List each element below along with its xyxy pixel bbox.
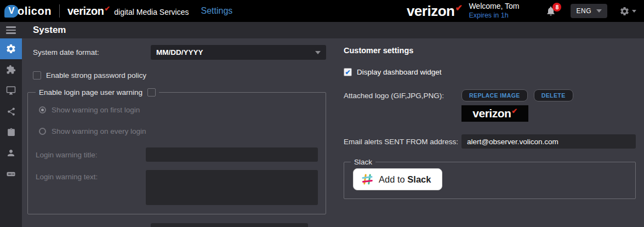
- every-login-label: Show warning on every login: [52, 127, 146, 135]
- verizon-wordmark-right: verizon ✔: [407, 3, 463, 20]
- first-login-label: Show warning on first login: [52, 106, 140, 114]
- sidebar-item-menu[interactable]: [0, 22, 22, 38]
- volicon-logo-text: olicon: [18, 5, 52, 18]
- email-from-row: Email alerts SENT FROM address:: [344, 134, 636, 149]
- share-icon: [7, 107, 16, 116]
- login-warning-group: Enable login page user warning Show warn…: [27, 88, 326, 214]
- email-from-label: Email alerts SENT FROM address:: [344, 138, 461, 146]
- session-expires-text: Expires in 1h: [469, 12, 519, 20]
- sidebar-nav: [0, 22, 22, 227]
- slack-logo-icon: [361, 173, 374, 186]
- strong-password-label: Enable strong password policy: [46, 71, 146, 80]
- language-selector[interactable]: ENG: [571, 4, 607, 18]
- warning-title-label: Login warning title:: [36, 151, 146, 159]
- puzzle-icon: [6, 65, 16, 75]
- user-icon: [6, 148, 16, 158]
- dashboard-widget-row: ✔ Display dashboard widget: [344, 68, 636, 76]
- nav-settings-link[interactable]: Settings: [201, 6, 232, 16]
- sidebar-item-sharing[interactable]: [0, 101, 22, 122]
- warning-title-row: Login warning title:: [36, 147, 318, 162]
- dashboard-widget-checkbox[interactable]: ✔: [344, 68, 352, 76]
- sidebar-item-plugins[interactable]: [0, 59, 22, 80]
- every-login-radio: [39, 128, 46, 135]
- attached-logo-preview: verizon ✔: [461, 105, 528, 122]
- first-login-radio: [39, 106, 46, 114]
- notification-badge: 8: [552, 3, 561, 12]
- verizon-logo-image: verizon ✔: [472, 107, 517, 120]
- verizon-word: verizon: [472, 107, 511, 120]
- volicon-logo-icon: V: [4, 5, 19, 18]
- clipboard-icon: [7, 128, 16, 137]
- add-to-slack-button[interactable]: Add to Slack: [353, 168, 442, 190]
- every-login-radio-row: Show warning on every login: [39, 127, 318, 135]
- attached-logo-label: Attached logo (GIF,JPG,PNG):: [344, 92, 461, 100]
- user-session-info: Welcome, Tom Expires in 1h: [469, 2, 519, 20]
- monitor-icon: [6, 86, 16, 95]
- login-warning-label: Enable login page user warning: [39, 88, 143, 97]
- manual-timeout-input[interactable]: [151, 223, 308, 227]
- system-settings-panel: System date format: MM/DD/YYYY Enable st…: [33, 45, 326, 227]
- hamburger-icon: [6, 26, 16, 34]
- delete-logo-button[interactable]: DELETE: [534, 89, 573, 101]
- attached-logo-row: Attached logo (GIF,JPG,PNG): REPLACE IMA…: [344, 89, 636, 101]
- slack-legend: Slack: [351, 158, 375, 166]
- slack-group: Slack Add to Slack: [344, 158, 636, 199]
- strong-password-checkbox[interactable]: [33, 71, 41, 80]
- sidebar-item-users[interactable]: [0, 143, 22, 163]
- verizon-wordmark: verizon ✔: [67, 5, 110, 18]
- page-title-bar: System: [22, 22, 644, 38]
- verizon-word: verizon: [407, 3, 455, 20]
- email-from-input[interactable]: [461, 134, 636, 149]
- gear-icon: [619, 6, 630, 16]
- notifications-button[interactable]: 8: [545, 5, 556, 16]
- verizon-check-icon: ✔: [511, 107, 517, 115]
- warning-text-input: [146, 170, 318, 205]
- volicon-logo[interactable]: V olicon: [4, 5, 52, 18]
- warning-text-label: Login warning text:: [36, 170, 146, 205]
- verizon-check-icon: ✔: [104, 5, 110, 12]
- sidebar-item-settings[interactable]: [0, 38, 22, 59]
- verizon-check-icon: ✔: [455, 3, 462, 12]
- welcome-text: Welcome, Tom: [469, 2, 519, 12]
- replace-image-button[interactable]: REPLACE IMAGE: [461, 89, 528, 101]
- language-value: ENG: [576, 7, 591, 15]
- date-format-row: System date format: MM/DD/YYYY: [33, 45, 326, 60]
- date-format-value: MM/DD/YYYY: [156, 48, 203, 56]
- warning-text-row: Login warning text:: [36, 170, 318, 205]
- sidebar-item-tasks[interactable]: [0, 122, 22, 143]
- chevron-down-icon: [596, 9, 602, 13]
- login-warning-checkbox[interactable]: [147, 88, 156, 97]
- date-format-select[interactable]: MM/DD/YYYY: [151, 45, 326, 60]
- customer-settings-panel: Customer settings ✔ Display dashboard wi…: [344, 45, 636, 227]
- license-card-icon: [5, 168, 16, 179]
- verizon-word: verizon: [67, 5, 104, 18]
- chevron-down-icon: [315, 51, 321, 54]
- sidebar-item-licenses[interactable]: [0, 163, 22, 184]
- divider: [59, 4, 60, 18]
- dashboard-widget-label: Display dashboard widget: [357, 68, 442, 76]
- gear-icon: [5, 43, 16, 54]
- login-warning-legend: Enable login page user warning: [36, 88, 159, 97]
- date-format-label: System date format:: [33, 48, 151, 56]
- chevron-down-icon: [632, 10, 636, 13]
- page-title: System: [33, 25, 66, 36]
- customer-settings-heading: Customer settings: [344, 46, 636, 55]
- product-name: digital Media Services: [114, 8, 189, 16]
- manual-timeout-row: Manual mode timeout: min: [33, 223, 326, 227]
- sidebar-item-monitoring[interactable]: [0, 80, 22, 101]
- first-login-radio-row: Show warning on first login: [39, 106, 318, 114]
- warning-title-input: [146, 147, 318, 162]
- add-to-slack-label: Add to Slack: [379, 174, 431, 185]
- strong-password-row: Enable strong password policy: [33, 71, 326, 80]
- top-bar: V olicon verizon ✔ digital Media Service…: [0, 0, 644, 22]
- settings-menu-button[interactable]: [619, 6, 636, 16]
